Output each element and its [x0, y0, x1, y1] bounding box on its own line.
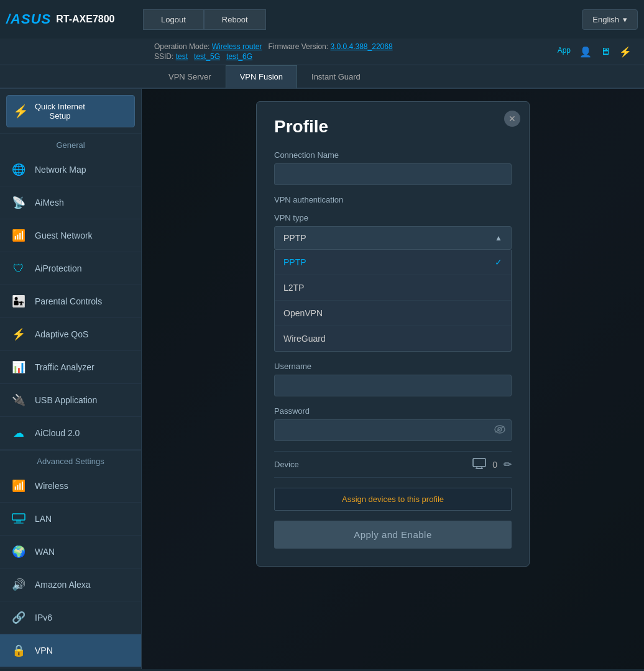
modal-overlay: ✕ Profile Connection Name VPN authentica… [142, 89, 644, 669]
chevron-up-icon: ▲ [495, 234, 502, 242]
sidebar-item-vpn[interactable]: 🔒 VPN [0, 634, 141, 667]
usb-application-label: USB Application [35, 395, 97, 405]
username-input[interactable] [274, 375, 512, 396]
sidebar-item-lan[interactable]: LAN [0, 503, 141, 536]
modal-close-button[interactable]: ✕ [504, 111, 520, 127]
apply-enable-button[interactable]: Apply and Enable [274, 521, 512, 549]
device-label: Device [274, 460, 299, 469]
operation-mode-line: Operation Mode: Wireless router Firmware… [154, 42, 393, 51]
sidebar-item-adaptive-qos[interactable]: ⚡ Adaptive QoS [0, 318, 141, 351]
usb-application-icon: 🔌 [10, 391, 27, 409]
traffic-analyzer-label: Traffic Analyzer [35, 362, 94, 372]
sidebar-item-guest-network[interactable]: 📶 Guest Network [0, 219, 141, 252]
tab-instant-guard[interactable]: Instant Guard [297, 65, 375, 88]
sidebar-item-wan[interactable]: 🌍 WAN [0, 536, 141, 568]
top-bar: /ASUS RT-AXE7800 Logout Reboot English ▾ [0, 0, 644, 39]
ssid-line: SSID: test test_5G test_6G [154, 52, 393, 61]
password-wrapper [274, 419, 512, 441]
aimesh-label: AiMesh [35, 198, 64, 208]
lan-icon [10, 510, 27, 527]
vpn-type-dropdown[interactable]: PPTP ▲ PPTP ✓ L2TP OpenVPN [274, 226, 512, 352]
svg-rect-1 [16, 520, 21, 523]
sidebar-item-aicloud[interactable]: ☁ AiCloud 2.0 [0, 417, 141, 450]
tab-vpn-fusion[interactable]: VPN Fusion [226, 65, 297, 89]
vpn-type-options-list: PPTP ✓ L2TP OpenVPN WireGuard [274, 250, 512, 352]
guest-network-icon: 📶 [10, 227, 27, 244]
sidebar-item-firewall[interactable]: 🔥 Firewall [0, 667, 141, 669]
sidebar-item-ipv6[interactable]: 🔗 IPv6 [0, 601, 141, 634]
content-area: ✕ Profile Connection Name VPN authentica… [142, 89, 644, 669]
vpn-label: VPN [35, 646, 53, 655]
wireguard-label: WireGuard [283, 334, 326, 344]
chevron-down-icon: ▾ [623, 15, 627, 24]
vpn-type-label: VPN type [274, 213, 512, 222]
vpn-option-l2tp[interactable]: L2TP [275, 275, 511, 301]
adaptive-qos-icon: ⚡ [10, 326, 27, 343]
operation-mode-value[interactable]: Wireless router [212, 42, 262, 51]
advanced-section-label: Advanced Settings [0, 450, 141, 470]
monitor-icon[interactable]: 🖥 [600, 46, 610, 58]
logo-area: /ASUS RT-AXE7800 [6, 11, 131, 27]
model-text: RT-AXE7800 [56, 14, 114, 25]
sidebar-item-traffic-analyzer[interactable]: 📊 Traffic Analyzer [0, 351, 141, 384]
logo-text: /ASUS [6, 11, 51, 27]
ipv6-icon: 🔗 [10, 609, 27, 626]
lan-label: LAN [35, 514, 52, 524]
aimesh-icon: 📡 [10, 194, 27, 211]
network-map-label: Network Map [35, 165, 86, 175]
ssid-5g[interactable]: test_5G [194, 52, 220, 61]
sidebar-item-aiprotection[interactable]: 🛡 AiProtection [0, 252, 141, 285]
check-icon: ✓ [495, 257, 502, 267]
vpn-type-value: PPTP [283, 233, 306, 243]
sidebar-item-aimesh[interactable]: 📡 AiMesh [0, 186, 141, 219]
usb-icon[interactable]: ⚡ [619, 46, 632, 58]
sidebar-item-network-map[interactable]: 🌐 Network Map [0, 153, 141, 186]
wan-label: WAN [35, 547, 55, 557]
language-button[interactable]: English ▾ [582, 9, 638, 30]
tab-vpn-server[interactable]: VPN Server [154, 65, 226, 88]
parental-controls-icon: 👨‍👧 [10, 293, 27, 310]
language-label: English [592, 15, 619, 24]
main-layout: ⚡ Quick InternetSetup General 🌐 Network … [0, 89, 644, 669]
reboot-button[interactable]: Reboot [204, 9, 266, 30]
sidebar: ⚡ Quick InternetSetup General 🌐 Network … [0, 89, 142, 669]
ipv6-label: IPv6 [35, 613, 52, 623]
openvpn-label: OpenVPN [283, 308, 323, 318]
edit-icon[interactable]: ✏ [504, 459, 512, 470]
ssid-6g[interactable]: test_6G [226, 52, 252, 61]
alexa-icon: 🔊 [10, 576, 27, 593]
parental-controls-label: Parental Controls [35, 296, 102, 306]
lightning-icon: ⚡ [13, 104, 29, 119]
vpn-option-pptp[interactable]: PPTP ✓ [275, 250, 511, 275]
vpn-option-openvpn[interactable]: OpenVPN [275, 301, 511, 326]
app-label[interactable]: App [558, 46, 571, 58]
quick-internet-setup-button[interactable]: ⚡ Quick InternetSetup [6, 95, 135, 127]
user-icon[interactable]: 👤 [579, 46, 592, 58]
logout-button[interactable]: Logout [143, 9, 204, 30]
vpn-option-wireguard[interactable]: WireGuard [275, 326, 511, 351]
vpn-type-selected[interactable]: PPTP ▲ [274, 226, 512, 250]
device-count: 0 [492, 460, 497, 470]
profile-modal: ✕ Profile Connection Name VPN authentica… [256, 101, 530, 567]
general-section-label: General [0, 134, 141, 153]
sidebar-item-parental-controls[interactable]: 👨‍👧 Parental Controls [0, 285, 141, 318]
l2tp-label: L2TP [283, 283, 304, 293]
connection-name-input[interactable] [274, 163, 512, 185]
password-label: Password [274, 406, 512, 416]
vpn-auth-label: VPN authentication [274, 195, 512, 204]
monitor-device-icon [472, 458, 486, 471]
tab-bar: VPN Server VPN Fusion Instant Guard [0, 65, 644, 89]
sidebar-item-usb-application[interactable]: 🔌 USB Application [0, 384, 141, 417]
modal-title: Profile [274, 117, 512, 137]
password-input[interactable] [274, 419, 512, 441]
device-right: 0 ✏ [472, 458, 512, 471]
assign-devices-link[interactable]: Assign devices to this profile [274, 488, 512, 511]
operation-mode-label: Operation Mode: [154, 42, 209, 51]
sidebar-item-wireless[interactable]: 📶 Wireless [0, 470, 141, 503]
firmware-value[interactable]: 3.0.0.4.388_22068 [330, 42, 392, 51]
info-icons: App 👤 🖥 ⚡ [558, 46, 632, 58]
ssid-2g[interactable]: test [176, 52, 188, 61]
aiprotection-label: AiProtection [35, 263, 81, 273]
sidebar-item-amazon-alexa[interactable]: 🔊 Amazon Alexa [0, 568, 141, 601]
eye-icon[interactable] [494, 425, 505, 436]
